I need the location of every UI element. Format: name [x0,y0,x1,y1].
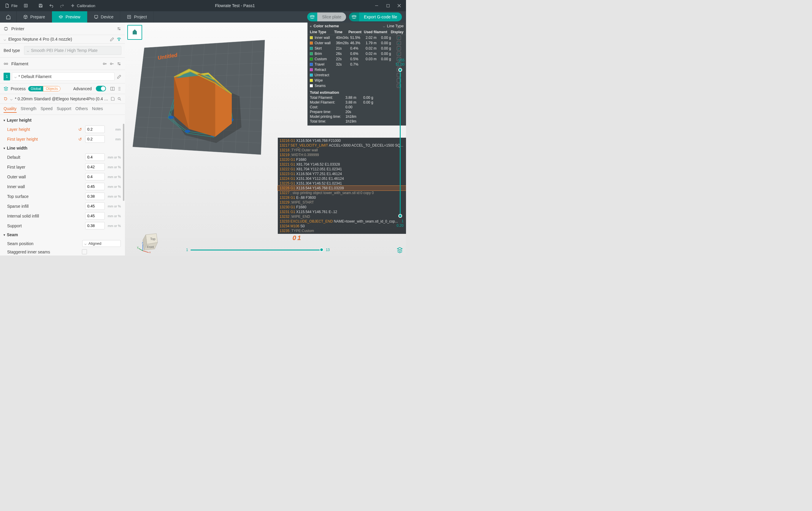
line-type-row[interactable]: Brim 26s 0.6% 0.02 m 0.00 g ✓ [308,51,406,56]
filament-number[interactable]: 1 [4,73,10,81]
save-preset-icon[interactable] [111,97,115,101]
seam-position-selector[interactable]: ⌵Aligned [82,240,121,247]
gcode-line[interactable]: 13230 G1 F1680 [278,205,406,210]
reset-icon[interactable] [4,97,8,101]
tab-speed[interactable]: Speed [41,106,53,113]
save-button[interactable] [35,2,46,9]
gcode-line[interactable]: 13224 G1 X151.304 Y112.051 E1.46124 [278,176,406,181]
default-width-input[interactable] [85,153,105,161]
filament-settings-icon[interactable] [117,61,121,66]
calibration-button[interactable]: Calibration [67,2,98,9]
minimize-button[interactable] [372,1,382,10]
gcode-line[interactable]: 13223 G1 X116.504 Y77.251 E1.46124 [278,172,406,176]
gcode-line[interactable]: 13222 G1 X81.704 Y112.051 E1.02341 [278,167,406,172]
line-type-row[interactable]: Outer wall 36m28s 46.3% 1.79 m 0.00 g ✓ [308,40,406,46]
category-layer-height[interactable]: ▾Layer height [1,116,123,124]
global-objects-toggle[interactable]: Global Objects [28,86,61,91]
gcode-line[interactable]: 13226 G1 X116.544 Y146.768 E1.03209 [278,186,406,190]
gcode-line[interactable]: 13232 ;WIPE_END [278,214,406,219]
gcode-line[interactable]: 13219 ;WIDTH:0.399999 [278,153,406,157]
slider-knob[interactable] [320,248,323,252]
wifi-icon[interactable] [117,37,121,41]
line-type-row[interactable]: Custom 22s 0.5% 0.03 m 0.00 g ✓ [308,56,406,62]
tab-notes[interactable]: Notes [92,106,103,113]
inner-wall-width-input[interactable] [85,183,105,190]
filament-selector[interactable]: ⌵ * Default Filament [12,72,115,81]
top-surface-width-input[interactable] [85,192,105,200]
tab-preview[interactable]: Preview [52,11,87,23]
search-preset-icon[interactable] [117,97,121,101]
slice-button[interactable]: Slice plate [307,12,346,21]
collapse-icon[interactable]: « [310,24,312,28]
reset-icon[interactable]: ↺ [78,127,83,132]
line-type-row[interactable]: Travel 32s 0.7% [308,62,406,67]
line-type-row[interactable]: Seams ✓ [308,83,406,88]
gcode-line[interactable]: 13218 ;TYPE:Outer wall [278,148,406,153]
tab-device[interactable]: Device [87,11,120,23]
reset-icon[interactable]: ↺ [78,137,83,142]
gcode-line[interactable]: 13229 ;WIPE_START [278,200,406,205]
category-line-width[interactable]: ▾Line width [1,144,123,152]
compare-icon[interactable] [110,86,115,91]
tab-support[interactable]: Support [57,106,71,113]
export-button[interactable]: Export G-code file [349,12,402,21]
tab-quality[interactable]: Quality [4,106,17,113]
redo-button[interactable] [57,2,67,9]
line-type-row[interactable]: Wipe [308,78,406,83]
viewport[interactable]: Untitled 01 ‹› « Color scheme ⌵ Line Typ… [125,23,406,256]
first-layer-width-input[interactable] [85,163,105,171]
display-checkbox[interactable]: ✓ [397,41,401,45]
plate-thumbnail[interactable] [127,25,142,40]
tab-project[interactable]: Project [120,11,154,23]
bed-type-selector[interactable]: ⌵ Smooth PEI Plate / High Temp Plate [24,46,121,55]
preset-selector[interactable]: * 0.20mm Standard @Elegoo Neptune4Pro (0… [15,96,108,101]
tab-others[interactable]: Others [76,106,88,113]
gcode-line[interactable]: 13220 G1 F1680 [278,157,406,162]
gcode-line[interactable]: 13233 EXCLUDE_OBJECT_END NAME=tower_with… [278,219,406,224]
axis-cube[interactable]: Top Front z x y [136,230,163,253]
edit-icon[interactable] [110,37,114,41]
gcode-line[interactable]: 13234 M106 S0 [278,224,406,229]
list-button[interactable] [21,2,31,9]
internal-solid-infill-width-input[interactable] [85,212,105,219]
sparse-infill-width-input[interactable] [85,202,105,210]
printer-selector[interactable]: ⌵ Elegoo Neptune 4 Pro (0.4 nozzle) [0,35,125,43]
edit-filament-icon[interactable] [117,74,121,79]
support-width-input[interactable] [85,222,105,230]
gcode-line[interactable]: 13231 G1 X115.544 Y146.761 E-.12 [278,210,406,214]
advanced-toggle[interactable] [96,86,106,91]
category-seam[interactable]: ▾Seam [1,231,123,239]
tab-strength[interactable]: Strength [21,106,36,113]
first-layer-height-input[interactable] [85,135,105,143]
line-type-row[interactable]: Retract [308,67,406,72]
process-settings-icon[interactable] [117,87,121,91]
display-checkbox[interactable]: ✓ [397,36,401,40]
scheme-selector[interactable]: Line Type [387,24,404,28]
vertical-slider[interactable]: 25551.00 10.20 [396,58,404,229]
settings-list[interactable]: ▾Layer height Layer height↺mm First laye… [0,115,125,256]
home-button[interactable] [0,11,17,23]
maximize-button[interactable] [383,1,393,10]
add-filament-icon[interactable] [103,61,107,66]
printer-settings-icon[interactable] [117,26,121,31]
gcode-line[interactable]: 13228 G1 E-.68 F3600 [278,195,406,200]
gcode-line[interactable]: 13235 ;TYPE:Custom [278,229,406,233]
line-type-row[interactable]: Unretract [308,72,406,78]
close-button[interactable] [394,1,404,10]
staggered-seams-checkbox[interactable] [82,249,87,254]
layers-icon[interactable] [397,247,403,253]
remove-filament-icon[interactable] [110,61,114,66]
display-checkbox[interactable]: ✓ [397,52,401,56]
display-checkbox[interactable]: ✓ [397,46,401,51]
gcode-line[interactable]: 13216 G1 X116.504 Y146.768 F21000 [278,138,406,143]
line-type-row[interactable]: Inner wall 40m34s 51.5% 2.02 m 0.00 g ✓ [308,35,406,40]
line-type-row[interactable]: Skirt 21s 0.4% 0.02 m 0.00 g ✓ [308,46,406,51]
horizontal-slider[interactable]: 1 13 [184,247,332,252]
outer-wall-width-input[interactable] [85,173,105,180]
layer-height-input[interactable] [85,125,105,133]
tab-prepare[interactable]: Prepare [17,11,52,23]
undo-button[interactable] [46,2,57,9]
gcode-panel[interactable]: 13216 G1 X116.504 Y146.768 F2100013217 S… [278,138,406,234]
scrollbar[interactable] [123,124,124,201]
gcode-line[interactable]: 13221 G1 X81.704 Y146.52 E1.03328 [278,162,406,167]
